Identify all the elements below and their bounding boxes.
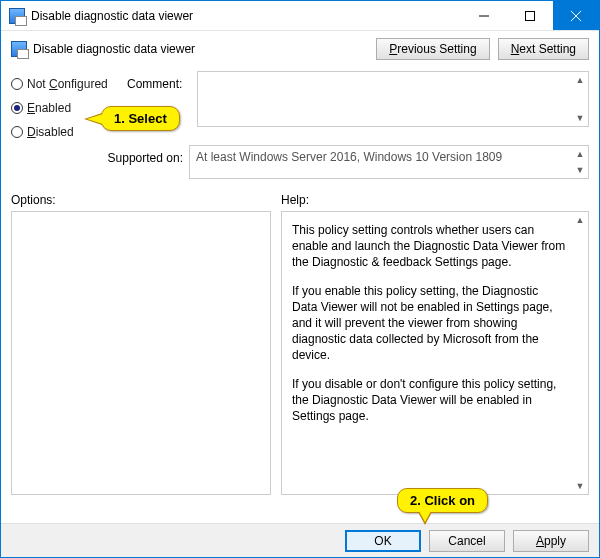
ok-button[interactable]: OK [345,530,421,552]
supported-on-value: At least Windows Server 2016, Windows 10… [196,150,502,164]
window-titlebar: Disable diagnostic data viewer [1,1,599,31]
annotation-select: 1. Select [101,106,180,131]
supported-on-label: Supported on: [11,145,189,179]
gpo-icon [11,41,27,57]
annotation-click-on: 2. Click on [397,488,488,513]
options-pane [11,211,271,495]
gpo-icon [9,8,25,24]
scroll-down-icon[interactable]: ▼ [572,478,588,494]
radio-icon [11,102,23,114]
svg-rect-1 [526,11,535,20]
window-close-button[interactable] [553,1,599,30]
dialog-footer: OK Cancel Apply [1,523,599,557]
radio-icon [11,78,23,90]
help-text: If you enable this policy setting, the D… [292,283,566,364]
scroll-down-icon: ▼ [572,162,588,178]
apply-button[interactable]: Apply [513,530,589,552]
scroll-up-icon: ▲ [572,146,588,162]
scroll-down-icon[interactable]: ▼ [572,110,588,126]
comment-input[interactable]: ▲ ▼ [197,71,589,127]
state-not-configured[interactable]: Not Configured [11,77,123,91]
scrollbar[interactable]: ▲ ▼ [572,72,588,126]
scrollbar: ▲ ▼ [572,146,588,178]
supported-on-value-box: At least Windows Server 2016, Windows 10… [189,145,589,179]
scroll-up-icon[interactable]: ▲ [572,72,588,88]
next-setting-button[interactable]: Next Setting [498,38,589,60]
cancel-button[interactable]: Cancel [429,530,505,552]
help-pane: This policy setting controls whether use… [281,211,589,495]
state-label: Disabled [27,125,74,139]
close-icon [571,11,581,21]
help-text: If you disable or don't configure this p… [292,376,566,425]
policy-title: Disable diagnostic data viewer [33,42,376,56]
maximize-icon [525,11,535,21]
window-minimize-button[interactable] [461,1,507,30]
help-label: Help: [271,193,589,207]
window-maximize-button[interactable] [507,1,553,30]
policy-header: Disable diagnostic data viewer Previous … [1,31,599,67]
state-label: Not Configured [27,77,108,91]
radio-icon [11,126,23,138]
previous-setting-button[interactable]: Previous Setting [376,38,489,60]
state-label: Enabled [27,101,71,115]
help-text: This policy setting controls whether use… [292,222,566,271]
window-title: Disable diagnostic data viewer [31,9,461,23]
scrollbar[interactable]: ▲ ▼ [572,212,588,494]
scroll-up-icon[interactable]: ▲ [572,212,588,228]
options-label: Options: [11,193,271,207]
minimize-icon [479,11,489,21]
